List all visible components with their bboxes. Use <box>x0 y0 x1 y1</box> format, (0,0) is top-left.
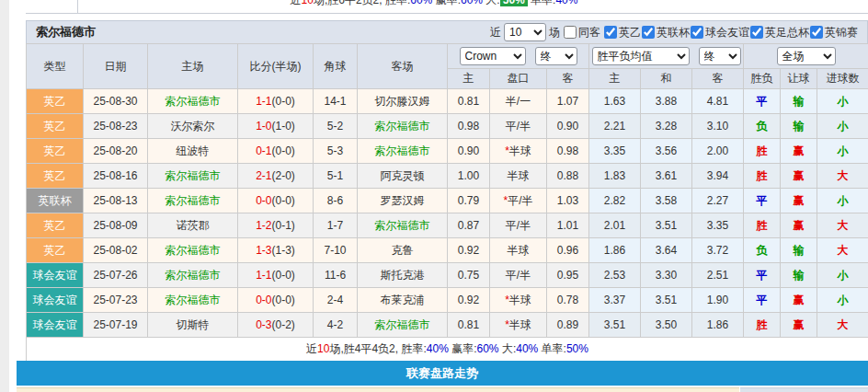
league-checkbox[interactable] <box>750 26 763 39</box>
profit-rate-value: 60% <box>461 0 483 6</box>
corners: 1-7 <box>314 213 358 238</box>
league-checkbox-text: 球会友谊 <box>705 25 749 40</box>
goals-result: 小 <box>817 288 868 313</box>
avg-away-odds: 3.10 <box>692 114 744 139</box>
away-team: 布莱克浦 <box>358 288 448 313</box>
home-team: 切斯特 <box>148 313 238 338</box>
corners: 7-10 <box>314 238 358 263</box>
home-odds: 1.00 <box>448 164 490 189</box>
league-checkbox[interactable] <box>810 26 823 39</box>
match-date: 25-08-20 <box>84 139 148 164</box>
same-away-checkbox[interactable] <box>564 26 577 39</box>
away-team: 阿克灵顿 <box>358 164 448 189</box>
halftime-score: (0-0) <box>272 95 295 108</box>
avg-type-select[interactable]: 胜平负均值 <box>592 47 690 65</box>
corners: 5-3 <box>314 139 358 164</box>
away-odds: 1.07 <box>547 89 589 114</box>
avg-draw-odds: 3.51 <box>641 213 692 238</box>
col-header-away: 客场 <box>358 44 448 89</box>
league-handicap-trend-bar[interactable]: 联赛盘路走势 <box>17 361 868 386</box>
single-rate-value: 50% <box>566 342 588 355</box>
handicap: 平/半 <box>490 263 547 288</box>
summary-text: 场,胜6平2负2, 胜率: <box>314 0 410 6</box>
match-row: 英乙25-08-30索尔福德市1-1(0-0)14-1切尔滕汉姆0.81半/一1… <box>27 89 868 114</box>
handicap-result: 赢 <box>781 164 817 189</box>
col-header-handicap-result: 让球 <box>781 69 817 89</box>
handicap-result: 输 <box>781 114 817 139</box>
odds-time-select[interactable]: 终 <box>535 47 577 65</box>
recent-games-select[interactable]: 10 <box>504 23 546 41</box>
summary-text: 单率: <box>531 0 555 6</box>
handicap-text: 平/半 <box>508 194 532 207</box>
selector-row: 类型 日期 主场 比分(半场) 角球 客场 Crown 终 胜平负均值 <box>27 44 868 69</box>
games-unit-label: 场 <box>549 25 560 40</box>
league-checkbox-label[interactable]: 球会友谊 <box>690 25 749 40</box>
match-date: 25-08-13 <box>84 189 148 213</box>
league-checkbox[interactable] <box>691 26 703 39</box>
match-date: 25-08-09 <box>84 213 148 238</box>
home-team: 索尔福德市 <box>148 238 238 263</box>
match-date: 25-07-23 <box>84 288 148 313</box>
avg-draw-odds: 3.58 <box>641 189 692 213</box>
col-header-avg-away: 客 <box>692 69 744 89</box>
match-row: 球会友谊25-07-23索尔福德市0-0(0-0)2-4布莱克浦0.92*半球0… <box>27 288 868 313</box>
col-header-odds-home: 主 <box>448 69 490 89</box>
score-cell: 1-0(1-0) <box>238 114 314 139</box>
league-checkbox-label[interactable]: 英乙 <box>603 25 641 40</box>
league-checkbox-text: 英足总杯 <box>765 25 809 40</box>
summary-text: 单率: <box>542 342 566 355</box>
home-team: 索尔福德市 <box>148 89 238 114</box>
away-team: 索尔福德市 <box>358 313 448 338</box>
bookmaker-select[interactable]: Crown <box>460 47 526 65</box>
home-team: 诺茨郡 <box>148 213 238 238</box>
avg-away-odds: 2.27 <box>692 189 744 213</box>
league-checkbox[interactable] <box>604 26 617 39</box>
fulltime-score: 0-0 <box>256 294 271 306</box>
avg-home-odds: 3.51 <box>589 313 641 338</box>
handicap: 平/半 <box>490 114 547 139</box>
league-checkbox[interactable] <box>642 26 655 39</box>
match-row: 英乙25-08-09诺茨郡1-2(0-1)1-7索尔福德市0.87平/半1.01… <box>27 213 868 238</box>
avg-away-odds: 2.00 <box>692 139 744 164</box>
league-checkbox-label[interactable]: 英锦赛 <box>809 25 858 40</box>
summary-row: 近10场,胜4平4负2, 胜率:40% 赢率:60% 大:40% 单率:50% <box>27 338 868 362</box>
away-odds: 0.90 <box>547 114 589 139</box>
halftime-score: (0-0) <box>272 294 295 306</box>
league-checkbox-label[interactable]: 英联杯 <box>641 25 690 40</box>
home-team: 索尔福德市 <box>148 288 238 313</box>
away-team: 索尔福德市 <box>358 114 448 139</box>
scope-select[interactable]: 全场 <box>777 47 836 65</box>
single-rate-value: 40% <box>555 0 577 6</box>
fulltime-score: 0-1 <box>256 144 271 157</box>
avg-away-odds: 1.90 <box>692 288 744 313</box>
avg-time-select[interactable]: 终 <box>699 47 741 65</box>
home-odds: 0.81 <box>448 313 490 338</box>
league-checkbox-label[interactable]: 英足总杯 <box>749 25 809 40</box>
avg-away-odds: 2.51 <box>692 263 744 288</box>
match-date: 25-08-30 <box>84 89 148 114</box>
previous-panel-summary: 近10场,胜6平2负2, 胜率:60% 赢率:60% 大:50% 单率:40% <box>0 0 868 7</box>
goals-result: 小 <box>817 263 868 288</box>
left-gutter <box>0 0 9 392</box>
match-result: 负 <box>744 114 781 139</box>
halftime-score: (0-0) <box>272 194 295 207</box>
match-row: 英乙25-08-02索尔福德市1-3(1-3)7-10克鲁0.92半球0.961… <box>27 238 868 263</box>
summary-text: 场,胜4平4负2, 胜率: <box>329 342 426 355</box>
handicap-text: 半球 <box>509 294 531 306</box>
handicap-result: 输 <box>781 263 817 288</box>
avg-draw-odds: 3.64 <box>641 238 692 263</box>
corners: 14-1 <box>314 89 358 114</box>
same-away-checkbox-label[interactable]: 同客 <box>563 25 600 40</box>
win-rate-value: 40% <box>427 342 449 355</box>
match-result: 胜 <box>744 213 781 238</box>
col-header-handicap: 盘口 <box>490 69 547 89</box>
avg-away-odds: 1.86 <box>692 313 744 338</box>
match-result: 胜 <box>744 164 781 189</box>
win-rate-value: 60% <box>410 0 432 6</box>
corners: 5-2 <box>314 114 358 139</box>
fulltime-score: 0-3 <box>256 318 271 331</box>
goals-result: 大 <box>817 164 868 189</box>
halftime-score: (0-0) <box>272 269 295 282</box>
avg-draw-odds: 3.56 <box>641 139 692 164</box>
score-cell: 0-1(0-0) <box>238 139 314 164</box>
